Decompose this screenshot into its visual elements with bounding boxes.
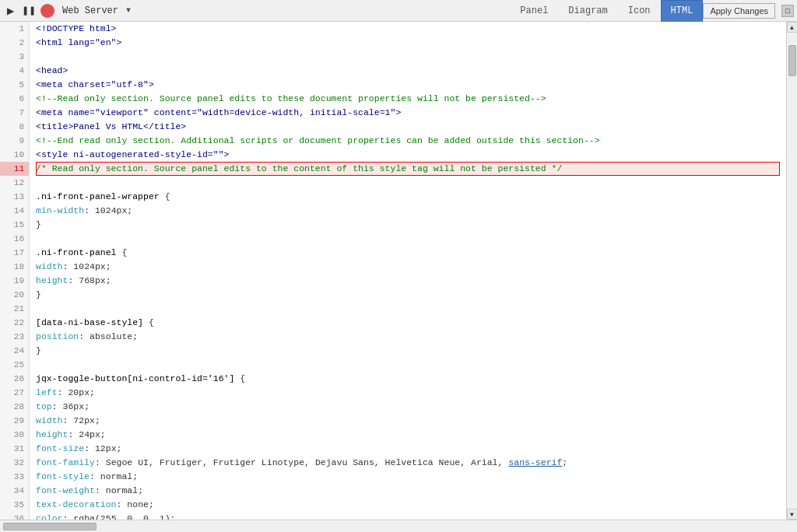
line-number: 13 [0,190,29,204]
code-line: min-width: 1024px; [36,204,780,218]
code-token: : [58,387,68,397]
code-token: 1024px [95,205,127,215]
line-number: 1 [0,22,29,36]
line-number: 33 [0,470,29,484]
tab-icon[interactable]: Icon [618,0,661,22]
code-token: absolute [90,331,132,341]
editor-wrapper: 1234567891011121314151617181920212223242… [0,22,797,520]
code-token: : [68,275,79,285]
code-token: 1024px [73,261,105,271]
code-token: : [117,499,128,509]
code-token: <head> [36,65,68,75]
code-token: ; [84,401,90,411]
tab-diagram[interactable]: Diagram [558,0,617,22]
code-token: : [63,261,74,271]
play-button[interactable]: ▶ [3,4,17,18]
window-buttons: □ [781,5,794,17]
code-token: normal [106,485,138,495]
line-number: 20 [0,288,29,302]
code-token: { [234,373,245,383]
line-number: 32 [0,456,29,470]
h-scroll-thumb[interactable] [3,523,97,530]
code-token: min-width [36,205,84,215]
code-line [36,232,780,246]
code-line: .ni-front-panel { [36,246,780,260]
code-line: font-family: Segoe UI, Frutiger, Frutige… [36,456,780,470]
code-token: normal [100,471,132,481]
code-token: <style ni-autogenerated-style-id=""> [36,149,229,159]
line-number: 22 [0,316,29,330]
code-line: font-weight: normal; [36,484,780,498]
stop-button[interactable] [40,4,54,18]
code-token: 72px [73,415,95,425]
line-number: 12 [0,176,29,190]
scroll-up-button[interactable]: ▲ [787,22,798,33]
app-container: ▶ ❚❚ Web Server ▼ Panel Diagram Icon HTM… [0,0,797,532]
code-token: } [36,289,41,299]
code-area[interactable]: <!DOCTYPE html><html lang="en"> <head> <… [30,22,786,520]
line-number: 23 [0,330,29,344]
code-token: ; [106,275,111,285]
code-line: <!DOCTYPE html> [36,22,780,36]
code-line: top: 36px; [36,400,780,414]
code-line: font-size: 12px; [36,442,780,456]
code-token: ; [106,261,111,271]
code-token: /* Read only section. Source panel edits… [36,163,562,173]
pause-button[interactable]: ❚❚ [20,4,37,18]
code-line [36,50,780,64]
line-number: 34 [0,484,29,498]
code-token: jqx-toggle-button[ni-control-id='16'] [36,373,234,383]
window-restore-button[interactable]: □ [781,5,794,17]
scroll-thumb[interactable] [788,45,796,76]
code-token: 20px [68,387,90,397]
code-token: <meta name="viewport" content="width=dev… [36,107,401,117]
line-number: 17 [0,246,29,260]
code-token: } [36,219,41,229]
dropdown-arrow-icon[interactable]: ▼ [126,6,131,15]
code-token: : [84,443,95,453]
code-line: jqx-toggle-button[ni-control-id='16'] { [36,372,780,386]
code-token: .ni-front-panel-wrapper [36,191,160,201]
scroll-down-button[interactable]: ▼ [787,509,798,520]
tab-bar: Panel Diagram Icon HTML [510,0,703,22]
code-token: 768px [79,275,106,285]
code-line: position: absolute; [36,330,780,344]
code-token: } [36,345,41,355]
tab-panel[interactable]: Panel [510,0,558,22]
code-token: ; [95,415,100,425]
line-number: 3 [0,50,29,64]
code-token: ; [132,331,138,341]
line-number: 18 [0,260,29,274]
line-number: 2 [0,36,29,50]
code-line: <meta charset="utf-8"> [36,78,780,92]
code-token: ; [117,443,122,453]
code-token: font-family [36,457,95,467]
code-line: <!--Read only section. Source panel edit… [36,92,780,106]
code-token: <html lang="en"> [36,37,121,47]
horizontal-scrollbar[interactable] [0,520,797,532]
code-line: .ni-front-panel-wrapper { [36,190,780,204]
toolbar-right: Apply Changes □ [703,3,794,19]
code-line: } [36,218,780,232]
code-token: ; [562,457,567,467]
line-number: 26 [0,372,29,386]
line-number: 35 [0,498,29,512]
code-token: width [36,261,63,271]
code-token: rgba(255, 0, 0, 1) [73,513,170,520]
vertical-scrollbar[interactable]: ▲ ▼ [786,22,797,520]
code-token: ; [127,205,132,215]
code-line [36,176,780,190]
line-number: 29 [0,414,29,428]
code-token: color [36,513,63,520]
line-number: 11 [0,162,29,176]
toolbar: ▶ ❚❚ Web Server ▼ Panel Diagram Icon HTM… [0,0,797,22]
line-number: 31 [0,442,29,456]
code-token: ; [138,485,143,495]
code-token: top [36,401,52,411]
code-line: height: 24px; [36,428,780,442]
code-token: [data-ni-base-style] [36,317,143,327]
apply-changes-button[interactable]: Apply Changes [703,3,775,19]
line-number: 5 [0,78,29,92]
tab-html[interactable]: HTML [661,0,704,22]
code-token: : [95,485,106,495]
